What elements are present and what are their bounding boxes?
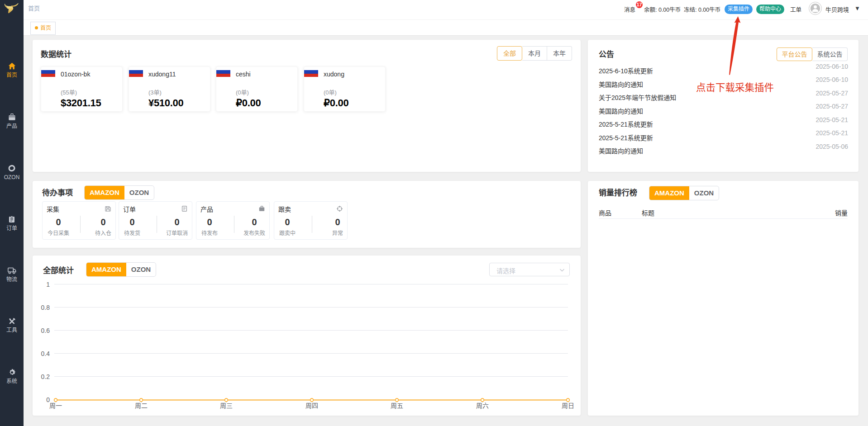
svg-text:0.2: 0.2 (41, 373, 50, 380)
svg-text:0.8: 0.8 (41, 304, 50, 311)
svg-text:周六: 周六 (476, 402, 489, 409)
svg-text:周二: 周二 (135, 402, 148, 409)
svg-text:周四: 周四 (305, 402, 318, 409)
svg-text:周日: 周日 (562, 402, 574, 409)
svg-text:1: 1 (46, 281, 50, 288)
svg-text:0.6: 0.6 (41, 327, 50, 334)
svg-text:周一: 周一 (49, 402, 62, 409)
svg-text:0.4: 0.4 (41, 350, 50, 357)
svg-text:周五: 周五 (391, 402, 403, 409)
svg-text:周三: 周三 (220, 402, 233, 409)
